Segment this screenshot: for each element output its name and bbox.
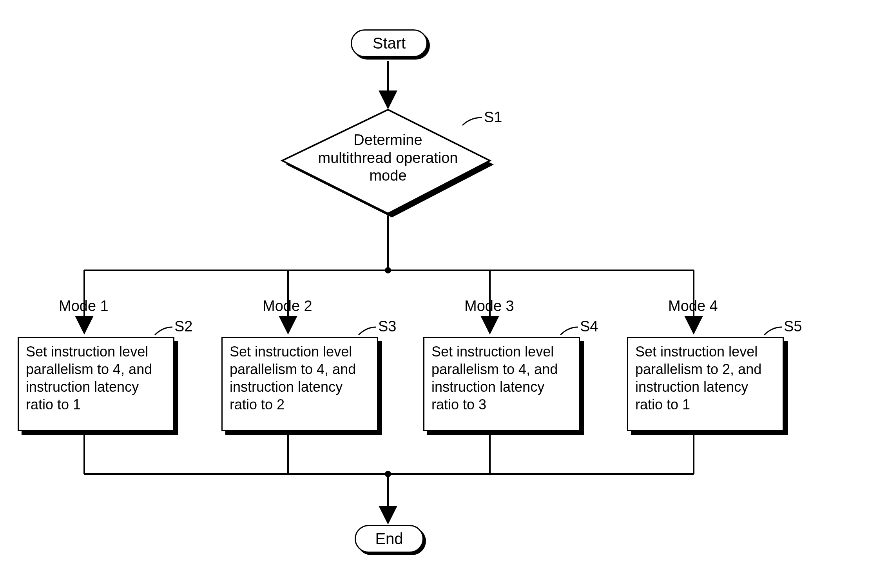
decision-line1: Determine xyxy=(353,132,422,148)
start-terminator: Start xyxy=(351,29,428,57)
decision-node: Determine multithread operation mode xyxy=(306,131,470,185)
proc-mode1-text: Set instruction level parallelism to 4, … xyxy=(26,344,152,413)
step-label-s2: S2 xyxy=(174,318,192,335)
proc-mode4: Set instruction level parallelism to 2, … xyxy=(627,337,784,431)
proc-mode2-text: Set instruction level parallelism to 4, … xyxy=(230,344,356,413)
proc-mode2: Set instruction level parallelism to 4, … xyxy=(221,337,378,431)
flowchart: Start Determine multithread operation mo… xyxy=(0,0,870,588)
decision-line2: multithread operation xyxy=(318,150,458,166)
end-terminator: End xyxy=(355,525,424,553)
step-label-s1: S1 xyxy=(484,109,502,126)
connectors xyxy=(0,0,870,588)
proc-mode1: Set instruction level parallelism to 4, … xyxy=(18,337,174,431)
split-dot xyxy=(385,267,391,273)
branch-mode-1: Mode 1 xyxy=(59,298,109,315)
step-label-s4: S4 xyxy=(580,318,598,335)
branch-mode-4: Mode 4 xyxy=(668,298,718,315)
step-label-s3: S3 xyxy=(378,318,396,335)
proc-mode3: Set instruction level parallelism to 4, … xyxy=(423,337,580,431)
decision-line3: mode xyxy=(369,167,406,184)
branch-mode-3: Mode 3 xyxy=(464,298,514,315)
branch-mode-2: Mode 2 xyxy=(263,298,312,315)
end-label: End xyxy=(375,530,403,547)
merge-dot xyxy=(385,471,391,477)
start-label: Start xyxy=(373,34,406,52)
step-label-s5: S5 xyxy=(784,318,802,335)
proc-mode4-text: Set instruction level parallelism to 2, … xyxy=(635,344,761,413)
proc-mode3-text: Set instruction level parallelism to 4, … xyxy=(431,344,558,413)
